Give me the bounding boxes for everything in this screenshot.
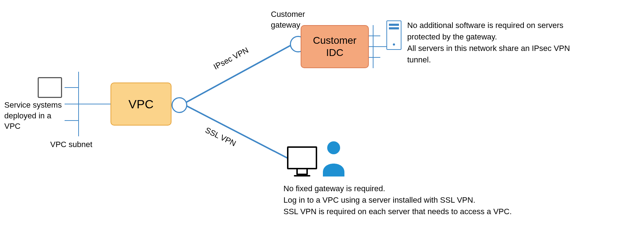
svg-line-9 [183,104,287,158]
service-systems-label: Service systems deployed in a VPC [4,100,76,132]
server-icon [387,21,401,50]
ssl-vpn-label: SSL VPN [203,125,238,149]
idc-label-line: Customer [313,35,356,46]
customer-idc-node: Customer IDC [301,25,369,68]
text-line: Log in to a VPC using a server installed… [283,196,475,204]
text-line: No fixed gateway is required. [283,184,385,193]
text-line: gateway [271,20,300,29]
vpc-subnet-label: VPC subnet [50,139,92,150]
ipsec-vpn-label: IPsec VPN [212,45,250,72]
idc-description: No additional software is required on se… [407,20,637,66]
text-line: tunnel. [407,55,431,64]
client-monitor-icon [287,146,317,176]
idc-label-line: IDC [326,47,343,58]
text-line: deployed in a [4,111,51,120]
router-icon [171,97,187,113]
service-system-icon [38,77,62,98]
ssl-description: No fixed gateway is required. Log in to … [283,183,606,217]
text-line: Customer [271,10,305,19]
text-line: No additional software is required on se… [407,21,563,30]
text-line: All servers in this network share an IPs… [407,44,570,53]
text-line: protected by the gateway. [407,32,497,41]
user-icon [323,141,344,176]
vpc-label: VPC [128,97,154,111]
customer-gateway-label: Customer gateway [271,9,305,30]
vpc-node: VPC [111,83,171,126]
text-line: SSL VPN is required on each server that … [283,207,512,216]
text-line: Service systems [4,100,62,109]
text-line: VPC [4,122,20,131]
